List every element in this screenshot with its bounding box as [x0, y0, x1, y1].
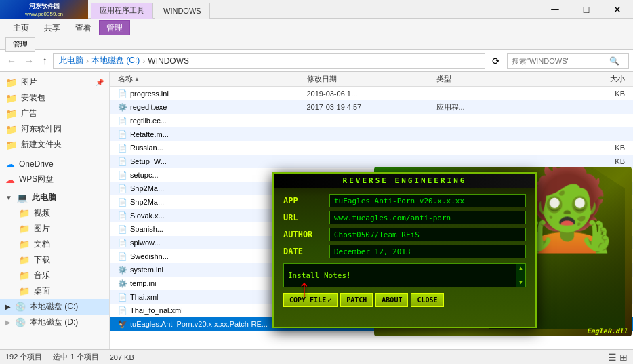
- reverse-engineering-dialog: REVERSE ENGINEERING APP tuEagles Anti-Po…: [272, 172, 537, 328]
- up-button[interactable]: ↑: [39, 54, 50, 68]
- url-label: URL: [283, 213, 329, 222]
- chevron-c-icon: ▶: [5, 303, 11, 310]
- view-icons-button[interactable]: ⊞: [619, 352, 628, 363]
- sidebar-item-pictures[interactable]: 📁 图片 📌: [0, 75, 109, 90]
- date-field: December 12, 2013: [329, 245, 526, 258]
- back-button[interactable]: ←: [4, 54, 19, 68]
- window-controls: ─ □ ✕: [539, 0, 633, 19]
- view-details-button[interactable]: ☰: [608, 352, 617, 363]
- patch-button[interactable]: PATCH: [340, 293, 373, 307]
- url-row: URL www.tueagles.com/anti-porn: [283, 211, 526, 224]
- sidebar-item-docs[interactable]: 📁 文档: [0, 237, 109, 252]
- url-field: www.tueagles.com/anti-porn: [329, 211, 526, 224]
- forward-button[interactable]: →: [22, 54, 37, 68]
- search-box: 🔍: [507, 53, 629, 69]
- app-label: APP: [283, 196, 329, 205]
- close-window-button[interactable]: ✕: [602, 0, 633, 19]
- ribbon: 主页 共享 查看 管理 管理: [0, 19, 633, 50]
- search-input[interactable]: [512, 57, 607, 65]
- sidebar: 📁 图片 📌 📁 安装包 📁 广告 📁 河东软件园 📁 新建文件夹: [0, 72, 110, 349]
- about-button[interactable]: ABOUT: [375, 293, 408, 307]
- search-icon: 🔍: [609, 56, 619, 66]
- app-field: tuEagles Anti-Porn v20.x.x.xx: [329, 194, 526, 207]
- author-row: AUTHOR Ghost0507/Team REiS: [283, 228, 526, 241]
- date-label: DATE: [283, 247, 329, 256]
- file-list-area: 名称 ▲ 修改日期 类型 大小 📄 progress.ini 2019-03-0…: [110, 72, 633, 349]
- sidebar-item-ad[interactable]: 📁 广告: [0, 106, 109, 121]
- arrow-indicator: ↑: [298, 276, 310, 300]
- refresh-button[interactable]: ⟳: [488, 54, 504, 68]
- ribbon-tab-home[interactable]: 主页: [5, 20, 37, 35]
- breadcrumb-pc[interactable]: 此电脑: [59, 55, 83, 66]
- sidebar-item-install[interactable]: 📁 安装包: [0, 90, 109, 106]
- dialog-overlay: 🧟 🐺 EagleR.dll REVERSE ENGINEERING APP: [110, 72, 633, 349]
- sidebar-item-onedrive[interactable]: ☁ OneDrive: [0, 157, 109, 171]
- item-count: 192 个项目: [5, 352, 42, 362]
- ribbon-tab-manage[interactable]: 管理: [99, 20, 130, 35]
- close-button[interactable]: CLOSE: [411, 293, 443, 307]
- logo-area: 河东软件园 www.pc0359.cn: [0, 0, 88, 19]
- breadcrumb-windows[interactable]: WINDOWS: [148, 56, 189, 66]
- maximize-button[interactable]: □: [571, 0, 602, 19]
- dialog-buttons: COPY FILE ✓ PATCH ABOUT CLOSE: [283, 293, 526, 307]
- app-row: APP tuEagles Anti-Porn v20.x.x.xx: [283, 194, 526, 207]
- sidebar-item-music[interactable]: 📁 音乐: [0, 268, 109, 283]
- date-row: DATE December 12, 2013: [283, 245, 526, 258]
- selected-count: 选中 1 个项目: [53, 352, 98, 362]
- logo-line1: 河东软件园: [29, 2, 60, 11]
- red-arrow-icon: ↑: [298, 276, 310, 300]
- chevron-right-icon: ▼: [5, 194, 12, 201]
- sidebar-group-pc[interactable]: ▼ 💻 此电脑: [0, 190, 109, 205]
- address-bar: ← → ↑ 此电脑 › 本地磁盘 (C:) › WINDOWS ⟳ 🔍: [0, 50, 633, 72]
- breadcrumb-sep1: ›: [86, 56, 89, 66]
- dialog-title: REVERSE ENGINEERING: [274, 174, 535, 188]
- tab-tools[interactable]: 应用程序工具: [91, 3, 153, 19]
- author-label: AUTHOR: [283, 230, 329, 239]
- sidebar-item-downloads[interactable]: 📁 下载: [0, 252, 109, 268]
- ribbon-tab-share[interactable]: 共享: [37, 20, 68, 35]
- ribbon-manage-btn[interactable]: 管理: [5, 37, 35, 52]
- sidebar-item-hedong[interactable]: 📁 河东软件园: [0, 121, 109, 137]
- breadcrumb: 此电脑 › 本地磁盘 (C:) › WINDOWS: [53, 53, 485, 69]
- sidebar-item-newfolder[interactable]: 📁 新建文件夹: [0, 137, 109, 153]
- author-field: Ghost0507/Team REiS: [329, 228, 526, 241]
- sidebar-item-images[interactable]: 📁 图片: [0, 221, 109, 237]
- chevron-d-icon: ▶: [5, 319, 11, 326]
- status-bar: 192 个项目 选中 1 个项目 207 KB ☰ ⊞: [0, 349, 633, 364]
- sidebar-item-drive-c[interactable]: ▶ 💿 本地磁盘 (C:): [0, 299, 109, 315]
- sidebar-item-desktop[interactable]: 📁 桌面: [0, 283, 109, 299]
- breadcrumb-c[interactable]: 本地磁盘 (C:): [91, 55, 140, 66]
- notes-area: Install Notes! ▲ ▼: [283, 263, 526, 287]
- sidebar-item-drive-d[interactable]: ▶ 💿 本地磁盘 (D:): [0, 315, 109, 330]
- breadcrumb-sep2: ›: [142, 56, 145, 66]
- sidebar-item-videos[interactable]: 📁 视频: [0, 205, 109, 221]
- tab-windows[interactable]: WINDOWS: [155, 3, 210, 19]
- sidebar-item-wps[interactable]: ☁ WPS网盘: [0, 171, 109, 187]
- logo-site: www.pc0359.cn: [25, 11, 63, 17]
- pin-icon: 📌: [96, 79, 104, 86]
- copy-file-button[interactable]: COPY FILE ✓: [283, 293, 338, 307]
- minimize-button[interactable]: ─: [539, 0, 571, 19]
- ribbon-tab-view[interactable]: 查看: [68, 20, 99, 35]
- selected-size: 207 KB: [110, 353, 134, 361]
